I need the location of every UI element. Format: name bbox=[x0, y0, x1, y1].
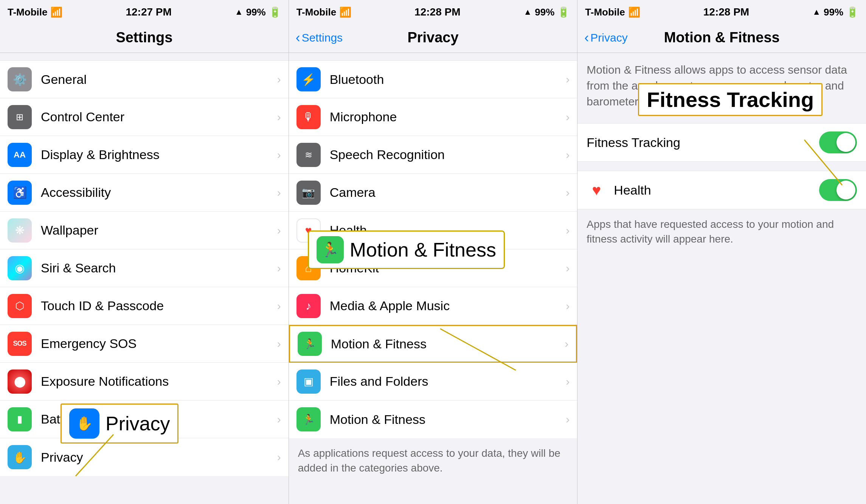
chevron-privacy: › bbox=[277, 451, 281, 464]
battery-icon-2: 🔋 bbox=[557, 6, 570, 18]
bluetooth-label: Bluetooth bbox=[330, 72, 566, 87]
item-microphone[interactable]: 🎙 Microphone › bbox=[289, 98, 577, 136]
battery-icon-3: 🔋 bbox=[846, 6, 858, 18]
battery-icon-item: ▮ bbox=[8, 407, 32, 431]
item-display[interactable]: AA Display & Brightness › bbox=[0, 136, 289, 174]
item-control-center[interactable]: ⊞ Control Center › bbox=[0, 98, 289, 136]
privacy-label: Privacy bbox=[41, 450, 277, 465]
item-accessibility[interactable]: ♿ Accessibility › bbox=[0, 174, 289, 212]
chevron-files: › bbox=[566, 375, 570, 388]
status-bar-1: T-Mobile 📶 12:27 PM ▲ 99% 🔋 bbox=[0, 0, 289, 23]
back-button-3[interactable]: ‹ Privacy bbox=[584, 30, 627, 46]
item-media-music[interactable]: ♪ Media & Apple Music › bbox=[289, 287, 577, 325]
item-siri[interactable]: ◉ Siri & Search › bbox=[0, 249, 289, 287]
wifi-icon-1: 📶 bbox=[50, 6, 62, 18]
battery-icon-1: 🔋 bbox=[269, 6, 281, 18]
fitness-tracking-toggle[interactable] bbox=[819, 131, 857, 153]
speech-label: Speech Recognition bbox=[330, 147, 566, 162]
item-camera[interactable]: 📷 Camera › bbox=[289, 174, 577, 212]
status-left-1: T-Mobile 📶 bbox=[8, 6, 62, 18]
time-3: 12:28 PM bbox=[703, 6, 749, 18]
item-speech[interactable]: ≋ Speech Recognition › bbox=[289, 136, 577, 174]
chevron-accessibility: › bbox=[277, 186, 281, 199]
item-sos[interactable]: SOS Emergency SOS › bbox=[0, 325, 289, 363]
wallpaper-icon: ❋ bbox=[8, 218, 32, 243]
fitness-tracking-label: Fitness Tracking bbox=[587, 135, 819, 150]
camera-icon: 📷 bbox=[296, 181, 321, 205]
item-files[interactable]: ▣ Files and Folders › bbox=[289, 363, 577, 400]
sos-icon: SOS bbox=[8, 332, 32, 356]
panel-privacy: T-Mobile 📶 12:28 PM ▲ 99% 🔋 ‹ Settings P… bbox=[289, 0, 578, 504]
back-label-3: Privacy bbox=[590, 31, 627, 44]
item-privacy[interactable]: ✋ Privacy › bbox=[0, 438, 289, 476]
wifi-icon-3: 📶 bbox=[628, 6, 640, 18]
siri-label: Siri & Search bbox=[41, 261, 277, 275]
footer-text-2: As applications request access to your d… bbox=[289, 438, 577, 483]
health-toggle[interactable] bbox=[819, 179, 857, 201]
item-motion2[interactable]: 🏃 Motion & Fitness › bbox=[289, 400, 577, 438]
camera-label: Camera bbox=[330, 185, 566, 200]
chevron-battery: › bbox=[277, 413, 281, 426]
chevron-microphone: › bbox=[566, 111, 570, 124]
item-motion-highlighted[interactable]: 🏃 Motion & Fitness › bbox=[289, 325, 577, 363]
display-icon: AA bbox=[8, 143, 32, 167]
general-label: General bbox=[41, 72, 277, 87]
location-icon-1: ▲ bbox=[235, 7, 243, 17]
nav-bar-3: ‹ Privacy Motion & Fitness bbox=[577, 23, 866, 53]
status-right-2: ▲ 99% 🔋 bbox=[524, 6, 570, 18]
motion-content: Motion & Fitness allows apps to access s… bbox=[577, 53, 866, 504]
page-title-1: Settings bbox=[116, 29, 172, 46]
chevron-general: › bbox=[277, 73, 281, 86]
location-icon-2: ▲ bbox=[524, 7, 532, 17]
back-label-2: Settings bbox=[302, 31, 343, 44]
back-chevron-2: ‹ bbox=[296, 30, 300, 46]
microphone-icon: 🎙 bbox=[296, 105, 321, 129]
time-1: 12:27 PM bbox=[126, 6, 171, 18]
health-item[interactable]: ♥ Health bbox=[577, 171, 866, 209]
chevron-siri: › bbox=[277, 262, 281, 275]
bluetooth-icon: ⚡ bbox=[296, 67, 321, 91]
fitness-tracking-item[interactable]: Fitness Tracking bbox=[577, 124, 866, 161]
status-left-3: T-Mobile 📶 bbox=[585, 6, 640, 18]
item-bluetooth[interactable]: ⚡ Bluetooth › bbox=[289, 60, 577, 98]
callout-privacy-text: Privacy bbox=[106, 412, 170, 435]
motion-callout-text: Motion & Fitness bbox=[350, 238, 496, 261]
media-icon: ♪ bbox=[296, 294, 321, 318]
speech-icon: ≋ bbox=[296, 143, 321, 167]
panel-motion-fitness: T-Mobile 📶 12:28 PM ▲ 99% 🔋 ‹ Privacy Mo… bbox=[577, 0, 866, 504]
carrier-2: T-Mobile bbox=[296, 6, 336, 18]
fitness-tracking-callout: Fitness Tracking bbox=[638, 83, 823, 116]
item-wallpaper[interactable]: ❋ Wallpaper › bbox=[0, 212, 289, 249]
chevron-cc: › bbox=[277, 111, 281, 124]
nav-bar-2: ‹ Settings Privacy bbox=[289, 23, 577, 53]
callout-privacy-icon: ✋ bbox=[69, 408, 99, 439]
exposure-label: Exposure Notifications bbox=[41, 374, 277, 389]
wifi-icon-2: 📶 bbox=[339, 6, 351, 18]
chevron-speech: › bbox=[566, 148, 570, 161]
health-section: ♥ Health bbox=[577, 171, 866, 209]
status-bar-3: T-Mobile 📶 12:28 PM ▲ 99% 🔋 bbox=[577, 0, 866, 23]
carrier-3: T-Mobile bbox=[585, 6, 625, 18]
motion2-label: Motion & Fitness bbox=[330, 412, 566, 427]
ft-callout-text: Fitness Tracking bbox=[638, 83, 823, 116]
wallpaper-label: Wallpaper bbox=[41, 223, 277, 238]
item-exposure[interactable]: ⬤ Exposure Notifications › bbox=[0, 363, 289, 400]
page-title-3: Motion & Fitness bbox=[664, 29, 780, 46]
page-title-2: Privacy bbox=[407, 29, 458, 46]
item-touchid[interactable]: ⬡ Touch ID & Passcode › bbox=[0, 287, 289, 325]
status-left-2: T-Mobile 📶 bbox=[296, 6, 351, 18]
chevron-motion-highlighted: › bbox=[565, 337, 568, 350]
touchid-icon: ⬡ bbox=[8, 294, 32, 318]
settings-list-2: ⚡ Bluetooth › 🎙 Microphone › ≋ Speech Re… bbox=[289, 53, 577, 504]
chevron-sos: › bbox=[277, 337, 281, 350]
item-general[interactable]: ⚙️ General › bbox=[0, 60, 289, 98]
battery-pct-2: 99% bbox=[535, 6, 554, 18]
apps-note-3: Apps that have requested access to your … bbox=[577, 209, 866, 254]
motion-icon-highlighted: 🏃 bbox=[298, 332, 322, 356]
battery-pct-1: 99% bbox=[246, 6, 266, 18]
carrier-1: T-Mobile bbox=[8, 6, 47, 18]
exposure-icon: ⬤ bbox=[8, 369, 32, 394]
chevron-touchid: › bbox=[277, 300, 281, 312]
chevron-health-privacy: › bbox=[566, 224, 570, 237]
back-button-2[interactable]: ‹ Settings bbox=[296, 30, 343, 46]
